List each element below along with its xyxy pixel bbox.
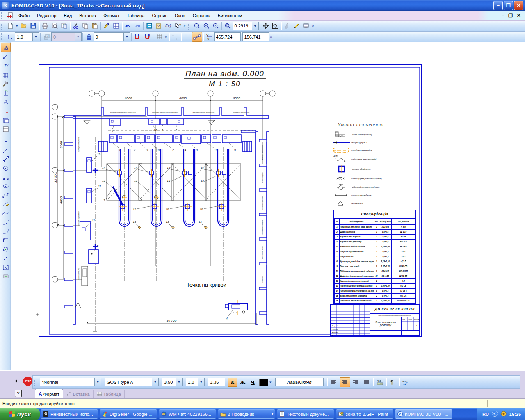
- bold-button[interactable]: Ж: [238, 378, 247, 386]
- zoom-scale-combo[interactable]: 0.2919 ▼: [233, 22, 259, 30]
- state-toolbar-overflow-icon[interactable]: »: [270, 35, 272, 39]
- print-button[interactable]: [41, 21, 50, 30]
- menu-help[interactable]: Справка: [189, 11, 214, 20]
- tool-reports[interactable]: [1, 125, 10, 133]
- tool-circle[interactable]: [1, 164, 10, 172]
- snap-toggle-button[interactable]: [142, 32, 152, 41]
- coord-y-field[interactable]: 465.724: [214, 32, 241, 41]
- tool-hatch[interactable]: [1, 263, 10, 272]
- variables-button[interactable]: f(x): [164, 21, 173, 30]
- tool-designations[interactable]: [1, 71, 10, 79]
- task-explorer-group[interactable]: 2 Проводник ▾: [218, 409, 275, 419]
- create-object-button[interactable]: [14, 377, 22, 386]
- close-button[interactable]: ✕: [514, 1, 523, 10]
- redo-button[interactable]: [133, 21, 142, 30]
- layer-combo[interactable]: 0 ▼: [94, 32, 130, 41]
- clock[interactable]: 19:25: [509, 412, 521, 417]
- display-settings-button[interactable]: [301, 21, 311, 30]
- tab-insert[interactable]: Вставка: [63, 390, 94, 399]
- tab-format[interactable]: А Формат: [35, 389, 63, 399]
- group-dropdown-arrow[interactable]: ▾: [272, 412, 273, 416]
- tool-point[interactable]: [1, 137, 10, 145]
- undo-button[interactable]: [123, 21, 133, 30]
- task-paint[interactable]: зона то-2.GIF - Paint: [336, 409, 393, 419]
- align-justify-button[interactable]: [362, 378, 372, 387]
- text-color-picker[interactable]: ▾: [259, 379, 273, 386]
- tool-ellipse[interactable]: [1, 182, 10, 190]
- menu-window[interactable]: Окно: [171, 11, 189, 20]
- interrupt-command-button[interactable]: STOP: [23, 377, 32, 386]
- new-document-button[interactable]: [5, 21, 15, 30]
- align-left-button[interactable]: [329, 378, 339, 387]
- font-size-dropdown[interactable]: ▼: [176, 378, 182, 386]
- layers-icon[interactable]: [84, 32, 94, 41]
- italic-button[interactable]: K: [228, 378, 237, 387]
- drawing-canvas[interactable]: План на відм. 0.000 М 1 : 50 6000 6000 6…: [11, 42, 525, 370]
- paste-button[interactable]: [90, 21, 100, 30]
- help-hint-icon[interactable]: ?: [15, 390, 22, 397]
- format-toolbar-grip[interactable]: [34, 379, 37, 386]
- toolbar-grip[interactable]: [1, 23, 4, 30]
- menu-format[interactable]: Формат: [100, 11, 123, 20]
- help-topics-button[interactable]: ?: [154, 21, 164, 30]
- tool-bezier[interactable]: [1, 200, 10, 208]
- text-style-dropdown[interactable]: ▼: [94, 378, 101, 386]
- font-combo[interactable]: GOST type A ▼: [105, 378, 159, 386]
- minimize-button[interactable]: –: [493, 1, 503, 10]
- context-help-button[interactable]: ?: [173, 21, 183, 30]
- tool-curve[interactable]: [1, 209, 10, 217]
- app-icon[interactable]: К: [2, 2, 9, 9]
- local-csys-button[interactable]: [171, 32, 180, 41]
- save-button[interactable]: [29, 21, 38, 30]
- window-manager-button[interactable]: [145, 21, 154, 30]
- tool-arc[interactable]: [1, 173, 10, 181]
- format-brush-button[interactable]: [102, 21, 112, 30]
- system-view-icon[interactable]: [5, 11, 15, 20]
- zoom-area-button[interactable]: [223, 21, 233, 30]
- open-button[interactable]: [19, 21, 29, 30]
- layer-dropdown[interactable]: ▼: [123, 33, 130, 41]
- page-setup-button[interactable]: [59, 21, 69, 30]
- refresh-view-button[interactable]: [283, 21, 292, 30]
- tool-parametrization[interactable]: [1, 89, 10, 97]
- spellcheck-button[interactable]: АБВ: [401, 378, 411, 387]
- edit-mode-button[interactable]: [292, 21, 301, 30]
- menu-service[interactable]: Сервис: [148, 11, 171, 20]
- ortho-mode-button[interactable]: [183, 32, 192, 41]
- tool-aux-line[interactable]: [1, 146, 10, 154]
- abc-ruler-button[interactable]: АБВ: [375, 378, 385, 387]
- task-wm-chat[interactable]: W WM-чат: 40229166...: [159, 409, 216, 419]
- tray-app-icon[interactable]: [501, 411, 507, 418]
- restore-button[interactable]: ❐: [504, 1, 513, 10]
- snap-settings-button[interactable]: ...: [133, 32, 142, 41]
- tray-collapse-icon[interactable]: [492, 411, 498, 418]
- zoom-toolbar-grip[interactable]: [188, 23, 191, 30]
- cut-button[interactable]: [71, 21, 81, 30]
- coord-x-field[interactable]: 156.741: [242, 32, 269, 41]
- copy-button[interactable]: [81, 21, 90, 30]
- underline-button[interactable]: Ч: [248, 378, 257, 386]
- tab-table[interactable]: Таблица: [94, 390, 125, 399]
- font-dropdown[interactable]: ▼: [152, 378, 158, 386]
- tool-polygon[interactable]: [1, 245, 10, 253]
- zoom-out-button[interactable]: [211, 21, 221, 30]
- menu-view[interactable]: Вид: [60, 11, 75, 20]
- menu-libraries[interactable]: Библиотеки: [214, 11, 246, 20]
- zoom-in-button[interactable]: [202, 21, 211, 30]
- tool-fillet[interactable]: [1, 227, 10, 235]
- menu-edit[interactable]: Редактор: [33, 11, 60, 20]
- tool-multiline[interactable]: [1, 254, 10, 262]
- new-document-dropdown[interactable]: ▾: [16, 24, 18, 28]
- zoom-toolbar-overflow-icon[interactable]: »: [312, 24, 314, 28]
- tool-nurbs[interactable]: [1, 191, 10, 199]
- doc-restore-button[interactable]: ❐: [508, 13, 513, 18]
- tool-specification[interactable]: [1, 116, 10, 124]
- pan-button[interactable]: [261, 21, 271, 30]
- task-digiseller-browser[interactable]: DigiSeller - Google ...: [100, 409, 157, 419]
- print-preview-button[interactable]: [50, 21, 59, 30]
- text-style-combo[interactable]: *Normal ▼: [40, 378, 101, 386]
- menu-grip[interactable]: [1, 12, 4, 19]
- menu-table[interactable]: Таблица: [123, 11, 148, 20]
- rounding-toggle-button[interactable]: [192, 32, 202, 42]
- tool-measure[interactable]: [1, 98, 10, 106]
